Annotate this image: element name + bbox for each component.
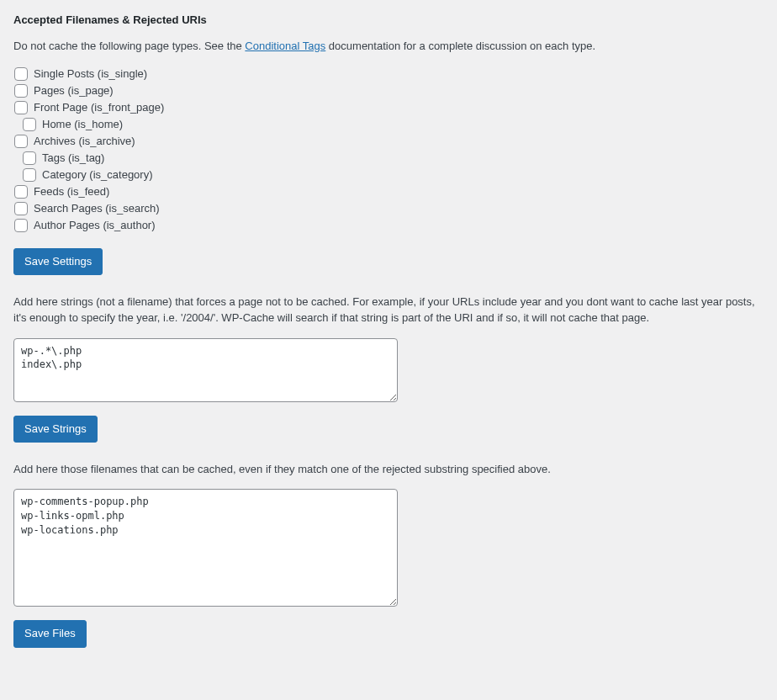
checkbox-label-tags: Tags (is_tag): [42, 151, 104, 166]
checkbox-archives[interactable]: [14, 135, 28, 148]
checkbox-category[interactable]: [23, 168, 36, 182]
checkbox-row-single: Single Posts (is_single): [13, 66, 764, 82]
intro-prefix: Do not cache the following page types. S…: [13, 40, 245, 52]
save-strings-button[interactable]: Save Strings: [13, 416, 98, 443]
checkbox-row-archives: Archives (is_archive): [13, 134, 764, 149]
section-heading: Accepted Filenames & Rejected URIs: [13, 13, 764, 26]
accepted-files-textarea[interactable]: [13, 489, 398, 607]
files-instruction: Add here those filenames that can be cac…: [13, 461, 764, 478]
checkbox-label-archives: Archives (is_archive): [34, 134, 135, 149]
checkbox-label-search: Search Pages (is_search): [34, 201, 160, 216]
strings-instruction: Add here strings (not a filename) that f…: [13, 294, 764, 326]
conditional-tags-link[interactable]: Conditional Tags: [245, 40, 325, 52]
checkbox-row-front: Front Page (is_front_page): [13, 100, 764, 115]
checkbox-label-single: Single Posts (is_single): [34, 66, 147, 82]
checkbox-tags[interactable]: [23, 151, 36, 165]
checkbox-row-search: Search Pages (is_search): [13, 201, 764, 216]
checkbox-label-front: Front Page (is_front_page): [34, 100, 164, 115]
save-files-button[interactable]: Save Files: [13, 620, 87, 647]
checkbox-row-author: Author Pages (is_author): [13, 218, 764, 233]
checkbox-pages[interactable]: [14, 84, 28, 98]
intro-paragraph: Do not cache the following page types. S…: [13, 38, 764, 55]
checkbox-label-feeds: Feeds (is_feed): [34, 184, 109, 199]
checkbox-single[interactable]: [14, 67, 28, 81]
checkbox-row-pages: Pages (is_page): [13, 83, 764, 98]
save-settings-button[interactable]: Save Settings: [13, 248, 103, 275]
intro-suffix: documentation for a complete discussion …: [325, 40, 595, 52]
checkbox-home[interactable]: [23, 118, 36, 131]
checkbox-row-home: Home (is_home): [13, 117, 764, 132]
checkbox-label-author: Author Pages (is_author): [34, 218, 156, 233]
checkbox-row-feeds: Feeds (is_feed): [13, 184, 764, 199]
checkbox-label-category: Category (is_category): [42, 167, 153, 183]
rejected-strings-textarea[interactable]: [13, 338, 398, 402]
checkbox-front[interactable]: [14, 101, 28, 114]
checkbox-label-pages: Pages (is_page): [34, 83, 114, 98]
checkbox-row-tags: Tags (is_tag): [13, 151, 764, 166]
checkbox-label-home: Home (is_home): [42, 117, 123, 132]
checkbox-feeds[interactable]: [14, 185, 28, 199]
checkbox-row-category: Category (is_category): [13, 167, 764, 183]
checkbox-author[interactable]: [14, 219, 28, 232]
checkbox-search[interactable]: [14, 202, 28, 215]
